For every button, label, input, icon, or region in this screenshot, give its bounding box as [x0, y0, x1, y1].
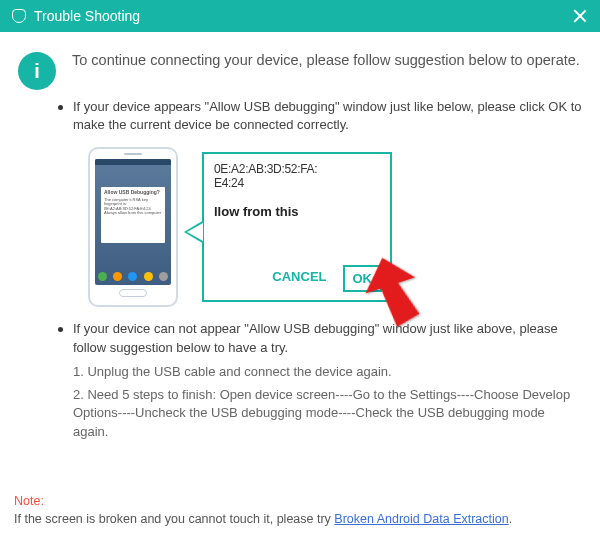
titlebar: Trouble Shooting — [0, 0, 600, 32]
shield-icon — [12, 9, 26, 23]
window-title: Trouble Shooting — [34, 8, 140, 24]
footer-note: Note: If the screen is broken and you ca… — [14, 493, 586, 528]
svg-marker-0 — [358, 250, 428, 333]
phone-dialog-body: The computer's RSA key fingerprint is: 0… — [104, 198, 162, 216]
content: i To continue connecting your device, pl… — [0, 32, 600, 448]
note-suffix: . — [509, 512, 512, 526]
arrow-icon — [358, 247, 448, 337]
broken-android-link[interactable]: Broken Android Data Extraction — [334, 512, 508, 526]
mac-line-2: E4:24 — [214, 176, 380, 190]
bullet-1: If your device appears "Allow USB debugg… — [58, 98, 582, 134]
bullet-dot-icon — [58, 105, 63, 110]
allow-text: llow from this — [214, 204, 380, 219]
note-text: If the screen is broken and you cannot t… — [14, 512, 334, 526]
mac-line-1: 0E:A2:AB:3D:52:FA: — [214, 162, 380, 176]
step-2: 2. Need 5 steps to finish: Open device s… — [73, 386, 582, 443]
intro-text: To continue connecting your device, plea… — [72, 50, 580, 70]
info-icon: i — [18, 52, 56, 90]
bullet-2-text: If your device can not appear "Allow USB… — [73, 320, 582, 356]
illustration: Allow USB Debugging? The computer's RSA … — [88, 142, 582, 312]
bullet-dot-icon — [58, 327, 63, 332]
phone-dialog: Allow USB Debugging? The computer's RSA … — [101, 187, 165, 243]
note-label: Note: — [14, 494, 44, 508]
cancel-button[interactable]: CANCEL — [264, 265, 334, 292]
close-icon[interactable] — [572, 8, 588, 24]
bullet-1-text: If your device appears "Allow USB debugg… — [73, 98, 582, 134]
bullet-2: If your device can not appear "Allow USB… — [58, 320, 582, 356]
step-1: 1. Unplug the USB cable and connect the … — [73, 363, 582, 382]
callout-pointer-icon — [184, 220, 204, 244]
phone-mockup: Allow USB Debugging? The computer's RSA … — [88, 147, 178, 307]
phone-dialog-header: Allow USB Debugging? — [104, 190, 162, 196]
